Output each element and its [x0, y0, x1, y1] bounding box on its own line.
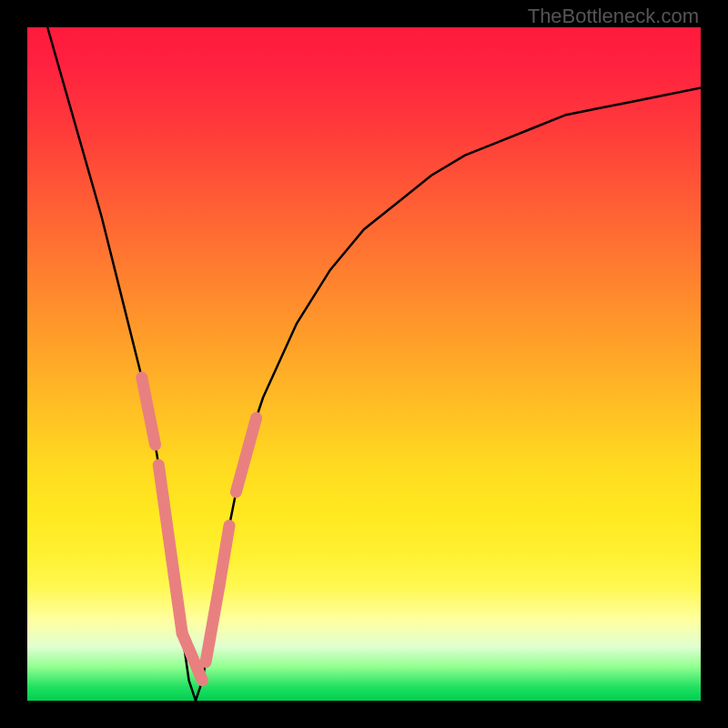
marker-segment — [219, 526, 229, 587]
marker-segment — [206, 586, 219, 662]
curve-svg — [27, 27, 701, 701]
marker-segment — [158, 465, 182, 633]
marker-segment — [236, 418, 256, 491]
marker-segment — [182, 633, 202, 681]
chart-area — [27, 27, 701, 701]
marker-segment — [142, 378, 156, 445]
attribution-text: TheBottleneck.com — [528, 5, 699, 28]
marker-segments — [142, 378, 257, 681]
bottleneck-curve — [47, 27, 701, 701]
